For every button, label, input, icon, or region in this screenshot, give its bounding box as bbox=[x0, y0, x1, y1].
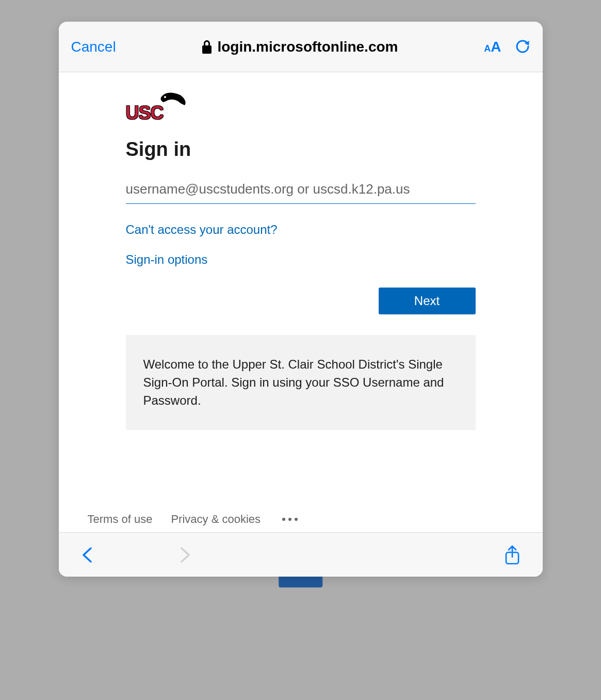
welcome-message: Welcome to the Upper St. Clair School Di… bbox=[126, 335, 476, 430]
share-icon[interactable] bbox=[503, 545, 521, 565]
text-size-icon[interactable]: AA bbox=[484, 39, 501, 55]
url-area[interactable]: login.microsoftonline.com bbox=[116, 39, 484, 55]
back-button[interactable] bbox=[80, 546, 95, 564]
browser-modal: Cancel login.microsoftonline.com AA USC … bbox=[59, 22, 543, 577]
organization-logo: USC bbox=[126, 95, 188, 124]
ellipsis-icon[interactable] bbox=[279, 518, 301, 521]
content-area: USC Sign in Can't access your account? S… bbox=[59, 72, 543, 532]
url-text: login.microsoftonline.com bbox=[217, 39, 398, 55]
terms-link[interactable]: Terms of use bbox=[88, 513, 153, 526]
page-title: Sign in bbox=[126, 138, 476, 161]
nav-bar: Cancel login.microsoftonline.com AA bbox=[59, 22, 543, 72]
lock-icon bbox=[202, 40, 212, 54]
privacy-link[interactable]: Privacy & cookies bbox=[171, 513, 261, 526]
cancel-button[interactable]: Cancel bbox=[71, 39, 116, 55]
reload-icon[interactable] bbox=[516, 40, 530, 54]
forward-button bbox=[177, 546, 192, 564]
svg-point-0 bbox=[164, 96, 166, 98]
signin-options-link[interactable]: Sign-in options bbox=[126, 252, 476, 267]
bottom-toolbar bbox=[59, 532, 543, 577]
next-button[interactable]: Next bbox=[379, 288, 476, 314]
username-input[interactable] bbox=[126, 178, 476, 204]
footer-links: Terms of use Privacy & cookies bbox=[88, 513, 301, 526]
cant-access-link[interactable]: Can't access your account? bbox=[126, 222, 476, 237]
